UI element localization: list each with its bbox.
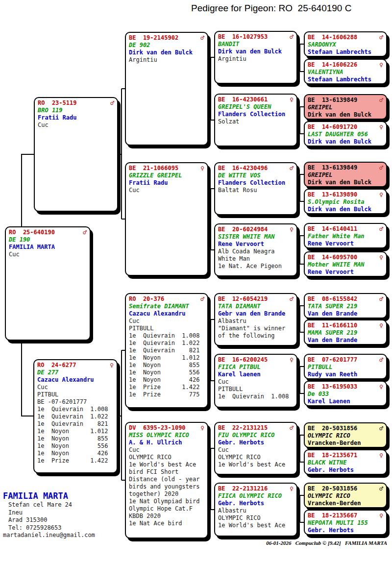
pedigree-box-g5-12[interactable]: BE 13-6195033♀ De 033 Karel Laenen: [304, 381, 387, 406]
ring-number: BE 08-6155842: [308, 295, 357, 303]
ring-number: BE 20-6024984: [218, 226, 268, 233]
box-line: 1e Noyon 556: [129, 369, 204, 376]
ring-number: BE 12-6054219: [218, 295, 268, 303]
fancier-name: Karel Laenen: [308, 398, 383, 405]
box-line: 1e Noyon 855: [37, 435, 114, 442]
pedigree-box-g5-14[interactable]: BE 18-2135671♀ BLACK WITNE Gebr. Herbots: [304, 449, 387, 475]
box-line: Cuc: [9, 251, 87, 258]
box-lines: Cuc: [9, 251, 87, 258]
pigeon-name: DE 190: [9, 236, 87, 244]
ring-row: RO 24-6277♀: [37, 362, 114, 369]
pedigree-box-g5-11[interactable]: BE 07-6201777♂ PITBULL Rudy van Reeth: [304, 354, 387, 379]
pedigree-box-g5-8[interactable]: BE 14-6095700♀ Mother WHITE MAN Rene Ver…: [304, 251, 387, 277]
fancier-name: Rudy van Reeth: [308, 371, 383, 378]
pedigree-box-g5-7[interactable]: BE 14-6140411♂ Father White Man Rene Ver…: [304, 223, 387, 248]
box-line: Argintiu: [218, 55, 294, 63]
pedigree-box-g4-5[interactable]: BE 12-6054219♂ TATA DIAMANT Gebr van den…: [214, 293, 297, 346]
pedigree-box-g4-4[interactable]: BE 20-6024984♀ SISTER WHITE MAN Rene Ver…: [214, 223, 297, 276]
fancier-name: Rene Vervoort: [308, 240, 383, 247]
ring-number: BE 14-6140411: [308, 225, 357, 233]
ring-number: RO 23-5119: [38, 99, 76, 107]
ring-number: BE 21-1066095: [129, 165, 178, 172]
box-line: Argintiu: [129, 56, 204, 64]
pedigree-box-g5-1[interactable]: BE 14-1606288♂ SARDONYX Stefaan Lambrech…: [304, 31, 387, 57]
fancier-name: Gebr. Herbots: [218, 439, 294, 446]
pedigree-box-g3-2[interactable]: BE 21-1066095♀ GRIZZLE GREIPEL Fratii Ra…: [125, 162, 208, 276]
pedigree-box-g5-5[interactable]: BE 13-6139849♂ GREIPEL Dirk van den Bulc…: [304, 162, 387, 187]
fancier-name: Flanders Collection: [218, 111, 294, 118]
pedigree-box-g5-6[interactable]: BE 13-6139890♀ S.Olympic Rosita Dirk van…: [304, 189, 387, 214]
ring-row: RO 23-5119♂: [38, 99, 114, 107]
sex-symbol: ♀: [200, 424, 204, 432]
fancier-name: Dirk van den Bulck: [308, 111, 383, 119]
box-line: 1e Prize 775: [129, 391, 204, 398]
pedigree-box-g4-8[interactable]: BE 22-2131216♀ FIICA OLYMPIC RICO Gebr. …: [214, 483, 297, 537]
box-line: 1e Quievrain 821: [129, 347, 204, 354]
ring-row: RO 20-376♂: [129, 295, 204, 303]
sex-symbol: ♀: [379, 254, 383, 261]
sex-symbol: ♀: [290, 96, 294, 103]
pigeon-name: GREIPEL'S QUEEN: [218, 103, 294, 111]
box-line: birds and youngsters: [129, 483, 204, 490]
pedigree-box-g4-2[interactable]: BE 16-4230661♀ GREIPEL'S QUEEN Flanders …: [214, 94, 297, 147]
fancier-name: Karel laenen: [218, 371, 294, 378]
ring-row: BE 18-2135667♀: [308, 512, 383, 519]
pedigree-box-g3-1[interactable]: BE 19-2145902♂ DE 902 Dirk van den Bulck…: [125, 32, 208, 146]
pedigree-box-g3-4[interactable]: DV 6395-23-1090♀ MISS OLYMPIC RICO A. & …: [125, 422, 208, 539]
box-line: 1e Noyon 426: [37, 450, 114, 457]
sex-symbol: ♂: [379, 485, 383, 492]
sex-symbol: ♀: [379, 512, 383, 519]
pedigree-box-g4-7[interactable]: BE 22-2131215♂ FIU OLYMPIC RICO Gebr. He…: [214, 422, 297, 475]
ring-number: BE 16-4230661: [218, 96, 268, 103]
fancier-name: Fratii Radu: [129, 179, 204, 187]
pigeon-name: BANDIT: [218, 41, 294, 48]
fancier-name: Dirk van den Bulck: [308, 138, 383, 146]
pedigree-box-g4-3[interactable]: BE 16-4230496♂ DE WITTE VOS Flanders Col…: [214, 162, 297, 215]
pedigree-box-dam[interactable]: RO 24-6277♀ DE 277 Cazacu Alexandru CucP…: [33, 359, 118, 473]
pigeon-name: DE WITTE VOS: [218, 172, 294, 179]
ring-row: BE 13-6139849♂: [308, 97, 383, 104]
ring-row: BE 16-4230496♂: [218, 165, 294, 172]
pedigree-box-g5-3[interactable]: BE 13-6139849♂ GREIPEL Dirk van den Bulc…: [304, 94, 387, 120]
pedigree-box-g5-16[interactable]: BE 18-2135667♀ NEPOATA MULTI 155 Gebr. H…: [304, 510, 387, 535]
pedigree-box-g5-10[interactable]: BE 11-6166110♀ MAMA SUPER 219 Van den Br…: [304, 319, 387, 345]
box-lines: Argintiu: [129, 56, 204, 64]
box-line: Alb Coada Neagra: [218, 248, 294, 255]
ring-number: RO 20-376: [129, 295, 164, 303]
pedigree-box-subject[interactable]: RO 25-640190♂ DE 190 FAMILIA MARTA Cuc: [5, 226, 91, 341]
pedigree-box-g5-15[interactable]: BE 20-5031856♂ OLYMPIC RICO Vrancken-Ber…: [304, 483, 387, 508]
ring-row: BE 22-2131215♂: [218, 424, 294, 432]
box-line: PITBUL: [37, 391, 114, 398]
box-line: Cuc: [129, 318, 204, 325]
pedigree-box-g4-6[interactable]: BE 16-6200245♀ FIICA PITBUL Karel laenen…: [214, 354, 297, 408]
ring-row: BE 21-1066095♀: [129, 165, 204, 172]
pigeon-name: Semifrate DIAMANT: [129, 303, 204, 310]
pedigree-box-g5-2[interactable]: BE 14-1606226♀ VALENTIYNA Stefaan Lambre…: [304, 59, 387, 84]
ring-row: BE 14-1606226♀: [308, 61, 383, 69]
pedigree-box-g3-3[interactable]: RO 20-376♂ Semifrate DIAMANT Cazacu Alex…: [125, 293, 208, 408]
ring-row: BE 20-5031856♂: [308, 425, 383, 432]
owner-address-line: Arad 315300: [3, 516, 95, 524]
pedigree-box-g4-1[interactable]: BE 16-1027953♂ BANDIT Dirk van den Bulck…: [214, 31, 297, 84]
ring-row: BE 14-1606288♂: [308, 34, 383, 41]
ring-number: BE 14-6095700: [308, 254, 357, 261]
pedigree-box-sire[interactable]: RO 23-5119♂ BRO 119 Fratii Radu Cuc: [34, 97, 118, 212]
box-line: Albastru: [218, 507, 294, 514]
box-line: 1e Nat Olympiad bird: [129, 498, 204, 505]
fancier-name: Vrancken-Berden: [308, 500, 383, 507]
box-line: Cuc: [129, 187, 204, 194]
pedigree-box-g5-9[interactable]: BE 08-6155842♂ TATA SUPER 219 Van den Br…: [304, 293, 387, 318]
box-line: 1e Prize 1.422: [129, 384, 204, 391]
pedigree-box-g5-13[interactable]: BE 20-5031856♂ OLYMPIC RICO Vrancken-Ber…: [304, 422, 387, 448]
pigeon-name: GREIPEL: [308, 171, 383, 179]
pedigree-box-g5-4[interactable]: BE 14-6091720♀ LAST DAUGHTER 056 Dirk va…: [304, 121, 387, 147]
sex-symbol: ♂: [290, 165, 294, 172]
sex-symbol: ♀: [290, 226, 294, 233]
box-line: 1e Quievrain 1.022: [129, 340, 204, 347]
pigeon-name: FIICA OLYMPIC RICO: [218, 492, 294, 500]
pigeon-name: BRO 119: [38, 107, 114, 114]
sex-symbol: ♂: [200, 34, 204, 42]
box-line: bird FCI Short: [129, 468, 204, 476]
ring-number: BE 13-6195033: [308, 383, 357, 391]
ring-row: BE 22-2131216♀: [218, 485, 294, 492]
